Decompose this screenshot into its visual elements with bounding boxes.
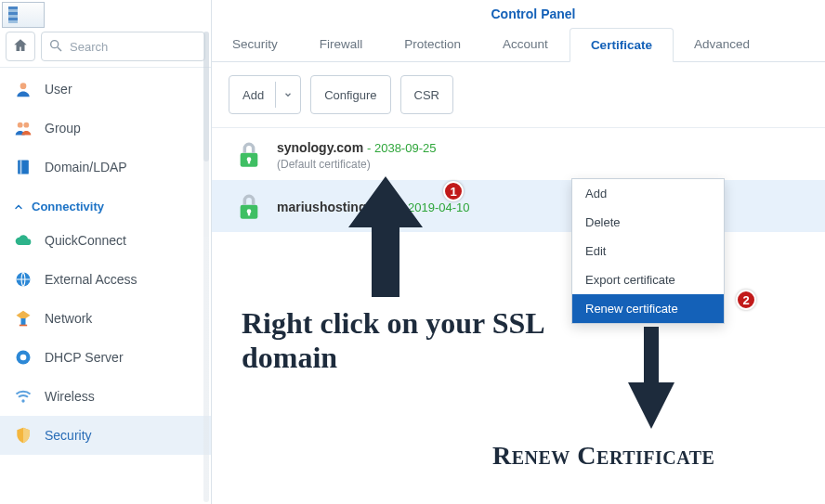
network-icon [13,308,33,329]
svg-point-12 [21,399,24,402]
search-icon [48,38,63,56]
certificate-expiry: 2038-09-25 [374,141,437,155]
svg-point-2 [20,83,27,89]
svg-rect-18 [248,212,250,216]
sidebar-item-external-access[interactable]: External Access [0,260,211,299]
toolbar: Add Configure CSR [212,62,825,128]
ctx-renew-certificate[interactable]: Renew certificate [572,294,724,323]
sidebar-item-user[interactable]: User [0,70,211,109]
cloud-icon [13,230,33,251]
svg-rect-5 [18,161,29,174]
home-icon [12,37,29,57]
window-title: Control Panel [242,0,825,28]
svg-point-4 [23,123,29,128]
search-input[interactable] [41,32,205,61]
add-button[interactable]: Add [229,75,301,114]
certificate-name: mariushosting.com [277,200,397,214]
tab-advanced[interactable]: Advanced [674,28,771,61]
sidebar-scrollbar[interactable] [203,32,209,502]
globe-icon [13,269,33,290]
tab-firewall[interactable]: Firewall [299,28,385,61]
ctx-add[interactable]: Add [572,179,724,208]
sidebar-item-wireless[interactable]: Wireless [0,377,211,416]
add-button-dropdown[interactable] [275,82,300,108]
sidebar-item-group[interactable]: Group [0,109,211,148]
certificate-name: synology.com [277,140,363,155]
tab-certificate[interactable]: Certificate [570,28,674,62]
lock-icon [236,139,262,171]
sidebar-item-label: User [45,82,72,97]
sidebar-item-label: QuickConnect [45,233,126,248]
svg-point-0 [51,41,59,48]
home-button[interactable] [6,32,35,61]
sidebar-item-quickconnect[interactable]: QuickConnect [0,221,211,260]
svg-rect-15 [248,160,250,164]
ctx-delete[interactable]: Delete [572,208,724,237]
tabs: Security Firewall Protection Account Cer… [212,28,825,62]
chevron-up-icon [13,201,24,213]
lock-icon [236,191,262,223]
svg-rect-9 [20,325,27,327]
tab-protection[interactable]: Protection [384,28,482,61]
user-icon [13,79,33,99]
svg-rect-8 [21,318,26,326]
sidebar-item-label: Wireless [45,389,95,404]
tab-security[interactable]: Security [212,28,299,61]
sidebar-item-label: Domain/LDAP [45,160,127,174]
certificate-list: synology.com - 2038-09-25 (Default certi… [212,128,825,232]
sidebar-item-label: Group [45,121,81,136]
app-icon [2,2,45,28]
sidebar: User Group Domain/LDAP Connectivity Quic… [0,0,212,504]
ctx-edit[interactable]: Edit [572,237,724,265]
add-button-label: Add [242,88,264,102]
section-label: Connectivity [32,200,104,213]
context-menu: Add Delete Edit Export certificate Renew… [571,178,725,324]
sidebar-item-label: Network [45,311,92,326]
section-connectivity[interactable]: Connectivity [0,187,211,221]
certificate-note: (Default certificate) [277,158,436,171]
svg-point-3 [18,123,23,128]
main-panel: Security Firewall Protection Account Cer… [212,28,825,504]
certificate-row[interactable]: mariushosting.com - 2019-04-10 [212,180,825,232]
ctx-export-certificate[interactable]: Export certificate [572,265,724,294]
sidebar-item-dhcp-server[interactable]: DHCP Server [0,338,211,377]
svg-rect-6 [20,161,22,174]
sidebar-item-label: Security [45,428,92,443]
sidebar-item-label: External Access [45,272,138,287]
group-icon [13,118,33,138]
sidebar-item-domain-ldap[interactable]: Domain/LDAP [0,148,211,187]
shield-icon [13,425,33,446]
configure-button[interactable]: Configure [310,75,390,114]
svg-line-1 [58,47,61,51]
certificate-row[interactable]: synology.com - 2038-09-25 (Default certi… [212,128,825,180]
tab-account[interactable]: Account [482,28,570,61]
certificate-expiry: 2019-04-10 [408,200,470,214]
svg-point-11 [20,355,27,361]
sidebar-item-security[interactable]: Security [0,416,211,455]
chevron-down-icon [283,90,293,99]
server-icon [13,347,33,368]
book-icon [13,157,33,177]
sidebar-item-network[interactable]: Network [0,299,211,338]
sidebar-scrollbar-thumb[interactable] [203,32,209,162]
sidebar-item-label: DHCP Server [45,350,124,365]
csr-button[interactable]: CSR [400,75,453,114]
wifi-icon [13,386,33,407]
